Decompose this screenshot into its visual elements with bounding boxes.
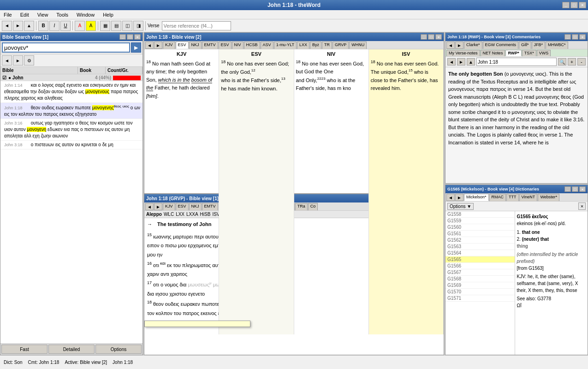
commentary-minimize[interactable]: _: [564, 34, 571, 40]
trans-back-btn[interactable]: ◄: [145, 42, 154, 49]
dict-g1564[interactable]: G1564: [445, 250, 515, 256]
tab-tr[interactable]: TR: [322, 42, 332, 49]
search-panel-close[interactable]: ×: [134, 34, 141, 40]
tab-esv2[interactable]: ESV: [219, 42, 232, 49]
menu-edit[interactable]: Edit: [18, 11, 31, 18]
options-button[interactable]: Options: [95, 345, 142, 354]
commentary-maximize[interactable]: □: [572, 34, 578, 40]
tab-grvp[interactable]: GRVP: [333, 42, 349, 49]
dict-fwd[interactable]: ►: [455, 194, 463, 201]
tab-clarke[interactable]: Clarke*: [464, 42, 482, 49]
tab-vws[interactable]: VWS: [537, 50, 551, 56]
dict-close-btn[interactable]: ×: [578, 202, 586, 210]
tab-egw[interactable]: EGW Comments: [483, 42, 519, 49]
bold-button[interactable]: B: [38, 21, 48, 31]
tab-webster[interactable]: Webster*: [538, 194, 559, 201]
dict-g1569[interactable]: G1569: [445, 282, 515, 289]
tab-hcsb[interactable]: HCSB: [244, 42, 260, 49]
bible-top-close[interactable]: ×: [435, 34, 442, 40]
underline-button[interactable]: U: [60, 21, 71, 31]
detailed-button[interactable]: Detailed: [48, 345, 95, 354]
layout-3[interactable]: ◫: [122, 21, 132, 31]
commentary-close[interactable]: ×: [579, 34, 586, 40]
forward-button[interactable]: ►: [13, 21, 23, 31]
tab-lxx[interactable]: LXX: [297, 42, 309, 49]
bible-top-minimize[interactable]: _: [421, 34, 427, 40]
menu-tools[interactable]: Tools: [54, 11, 70, 18]
dict-g1561[interactable]: G1561: [445, 231, 515, 237]
tab-niv[interactable]: NIV: [232, 42, 244, 49]
layout-1[interactable]: ▦: [100, 21, 110, 31]
dict-back[interactable]: ◄: [446, 194, 455, 201]
result-john-1-18[interactable]: John 1:18 θεον ουδεις εωρακεν πωποτε μον…: [0, 103, 143, 119]
commentary-verse-input[interactable]: [476, 58, 557, 66]
menu-view[interactable]: View: [36, 11, 50, 18]
back-button[interactable]: ◄: [2, 21, 12, 31]
bible-top-maximize[interactable]: □: [428, 34, 434, 40]
search-options[interactable]: ⚙: [24, 55, 34, 65]
tab-mhwbc[interactable]: MHWBC*: [546, 42, 568, 49]
menu-help[interactable]: Help: [101, 11, 115, 18]
tab-net-notes[interactable]: NET Notes: [481, 50, 505, 56]
italic-button[interactable]: I: [49, 21, 59, 31]
search-fwd-button[interactable]: ►: [13, 55, 23, 65]
dict-g1558[interactable]: G1558: [445, 211, 515, 218]
dict-close[interactable]: ×: [579, 186, 586, 192]
tab-esv[interactable]: ESV: [176, 42, 189, 49]
dict-g1570[interactable]: G1570: [445, 289, 515, 295]
search-panel-minimize[interactable]: _: [119, 34, 126, 40]
tab-byz[interactable]: Byz: [310, 42, 321, 49]
dict-g1567[interactable]: G1567: [445, 269, 515, 276]
tab-verse-notes[interactable]: My Verse-notes: [446, 50, 480, 56]
tab-rwp[interactable]: RWP*: [505, 50, 521, 56]
commentary-back[interactable]: ◄: [446, 42, 455, 49]
dict-options-btn[interactable]: Options ▼: [447, 203, 474, 210]
menu-window[interactable]: Window: [75, 11, 96, 18]
tab-gill[interactable]: Gill*: [519, 42, 531, 49]
tab-jfb[interactable]: JFB*: [532, 42, 546, 49]
commentary-fwd[interactable]: ►: [455, 42, 463, 49]
color-button[interactable]: A: [75, 21, 85, 31]
minimize-button[interactable]: _: [562, 2, 570, 8]
layout-4[interactable]: ◨: [133, 21, 143, 31]
tab-tsx[interactable]: TSX*: [522, 50, 536, 56]
close-button[interactable]: ×: [579, 2, 586, 8]
tab-asv[interactable]: ASV: [261, 42, 273, 49]
cmt-search[interactable]: 🔍: [558, 58, 566, 65]
cmt-nav-back[interactable]: ◄: [447, 58, 456, 65]
search-panel-maximize[interactable]: □: [127, 34, 133, 40]
dict-g1565[interactable]: G1565: [445, 256, 515, 263]
cmt-zoom-out[interactable]: -: [577, 58, 586, 65]
maximize-button[interactable]: □: [570, 2, 578, 8]
cmt-nav-up[interactable]: ▲: [467, 58, 475, 65]
tab-whnu[interactable]: WHNU: [349, 42, 367, 49]
dict-g1568[interactable]: G1568: [445, 276, 515, 282]
tab-kjv[interactable]: KJV: [163, 42, 175, 49]
dict-maximize[interactable]: □: [572, 186, 578, 192]
tab-emtv[interactable]: EMTV: [202, 42, 218, 49]
up-button[interactable]: ▲: [24, 21, 34, 31]
cmt-nav-fwd[interactable]: ►: [457, 58, 465, 65]
book-header-john[interactable]: ☑ ● John 4 (44%): [0, 74, 143, 81]
tab-ttt[interactable]: TTT: [506, 194, 519, 201]
result-john-3-18[interactable]: John 3:18 ο πιστευων εις αυτον ου κρινετ…: [0, 141, 143, 149]
tab-nkj[interactable]: NKJ: [189, 42, 202, 49]
search-go-button[interactable]: ▶: [131, 42, 141, 53]
tab-rmac[interactable]: RMAC: [489, 194, 506, 201]
menu-file[interactable]: File: [2, 11, 14, 18]
dict-g1566[interactable]: G1566: [445, 263, 515, 269]
dict-g1562[interactable]: G1562: [445, 237, 515, 244]
bible-search-input[interactable]: [2, 42, 130, 53]
verse-reference-input[interactable]: [162, 21, 231, 30]
dict-g1559[interactable]: G1559: [445, 218, 515, 224]
result-john-3-16[interactable]: John 3:16 ουτως γαρ ηγαπησεν ο θεος τον …: [0, 119, 143, 141]
tab-mickelson[interactable]: Mickelson*: [464, 194, 489, 201]
dict-g1560[interactable]: G1560: [445, 224, 515, 231]
fast-button[interactable]: Fast: [1, 345, 48, 354]
cmt-zoom-in[interactable]: +: [568, 58, 576, 65]
highlight-button[interactable]: A: [86, 21, 96, 31]
dict-g1563[interactable]: G1563: [445, 244, 515, 250]
dict-minimize[interactable]: _: [564, 186, 571, 192]
tab-ylt[interactable]: 1-mu-YLT: [274, 42, 297, 49]
trans-fwd-btn[interactable]: ►: [154, 42, 162, 49]
